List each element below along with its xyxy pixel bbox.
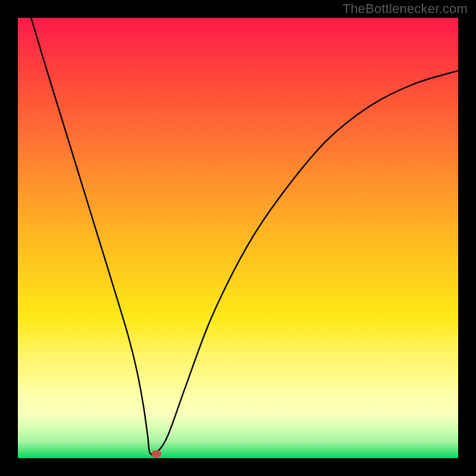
- bottleneck-curve-path: [31, 18, 458, 455]
- chart-frame: TheBottlenecker.com: [0, 0, 476, 476]
- plot-area: [18, 18, 458, 458]
- attribution-label: TheBottlenecker.com: [343, 1, 468, 17]
- curve-svg: [18, 18, 458, 458]
- optimum-marker: [152, 450, 161, 458]
